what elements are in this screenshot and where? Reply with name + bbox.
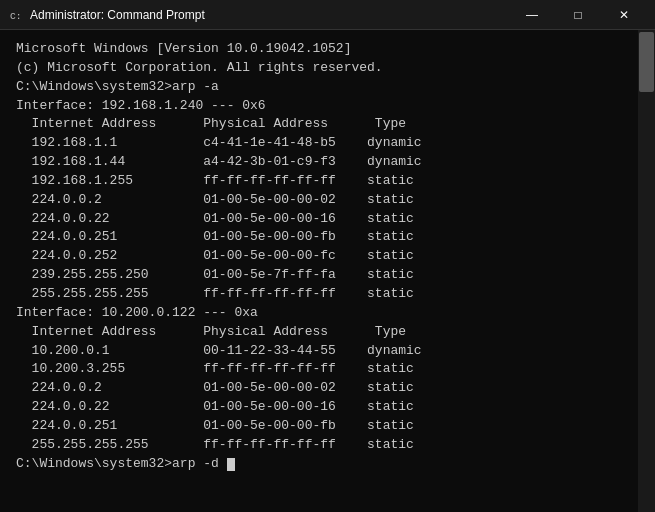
scrollbar[interactable] bbox=[638, 30, 655, 512]
terminal-line: 10.200.0.1 00-11-22-33-44-55 dynamic bbox=[16, 342, 622, 361]
cursor bbox=[227, 458, 235, 471]
window-controls: — □ ✕ bbox=[509, 0, 647, 30]
terminal-line: Microsoft Windows [Version 10.0.19042.10… bbox=[16, 40, 622, 59]
terminal-line: 224.0.0.2 01-00-5e-00-00-02 static bbox=[16, 379, 622, 398]
terminal-line: 224.0.0.22 01-00-5e-00-00-16 static bbox=[16, 398, 622, 417]
terminal-line: 239.255.255.250 01-00-5e-7f-ff-fa static bbox=[16, 266, 622, 285]
terminal-line: Internet Address Physical Address Type bbox=[16, 323, 622, 342]
terminal-line: 192.168.1.255 ff-ff-ff-ff-ff-ff static bbox=[16, 172, 622, 191]
terminal-line: 224.0.0.2 01-00-5e-00-00-02 static bbox=[16, 191, 622, 210]
terminal-line: 255.255.255.255 ff-ff-ff-ff-ff-ff static bbox=[16, 436, 622, 455]
terminal-content[interactable]: Microsoft Windows [Version 10.0.19042.10… bbox=[0, 30, 638, 512]
close-button[interactable]: ✕ bbox=[601, 0, 647, 30]
maximize-button[interactable]: □ bbox=[555, 0, 601, 30]
titlebar: C: Administrator: Command Prompt — □ ✕ bbox=[0, 0, 655, 30]
scrollbar-thumb[interactable] bbox=[639, 32, 654, 92]
terminal-line: 224.0.0.22 01-00-5e-00-00-16 static bbox=[16, 210, 622, 229]
svg-text:C:: C: bbox=[10, 11, 22, 22]
terminal-line: 224.0.0.251 01-00-5e-00-00-fb static bbox=[16, 417, 622, 436]
terminal-line: C:\Windows\system32>arp -d bbox=[16, 455, 622, 474]
terminal-line: 192.168.1.44 a4-42-3b-01-c9-f3 dynamic bbox=[16, 153, 622, 172]
terminal-line: 224.0.0.251 01-00-5e-00-00-fb static bbox=[16, 228, 622, 247]
terminal-line: Interface: 10.200.0.122 --- 0xa bbox=[16, 304, 622, 323]
terminal-line: 255.255.255.255 ff-ff-ff-ff-ff-ff static bbox=[16, 285, 622, 304]
titlebar-left: C: Administrator: Command Prompt bbox=[8, 7, 205, 23]
window: C: Administrator: Command Prompt — □ ✕ M… bbox=[0, 0, 655, 512]
terminal-line: 224.0.0.252 01-00-5e-00-00-fc static bbox=[16, 247, 622, 266]
terminal-line: Internet Address Physical Address Type bbox=[16, 115, 622, 134]
terminal-line: Interface: 192.168.1.240 --- 0x6 bbox=[16, 97, 622, 116]
window-title: Administrator: Command Prompt bbox=[30, 8, 205, 22]
terminal-line: 192.168.1.1 c4-41-1e-41-48-b5 dynamic bbox=[16, 134, 622, 153]
terminal-line: C:\Windows\system32>arp -a bbox=[16, 78, 622, 97]
terminal-line: 10.200.3.255 ff-ff-ff-ff-ff-ff static bbox=[16, 360, 622, 379]
terminal-line: (c) Microsoft Corporation. All rights re… bbox=[16, 59, 622, 78]
terminal-output: Microsoft Windows [Version 10.0.19042.10… bbox=[8, 34, 630, 512]
minimize-button[interactable]: — bbox=[509, 0, 555, 30]
cmd-icon: C: bbox=[8, 7, 24, 23]
